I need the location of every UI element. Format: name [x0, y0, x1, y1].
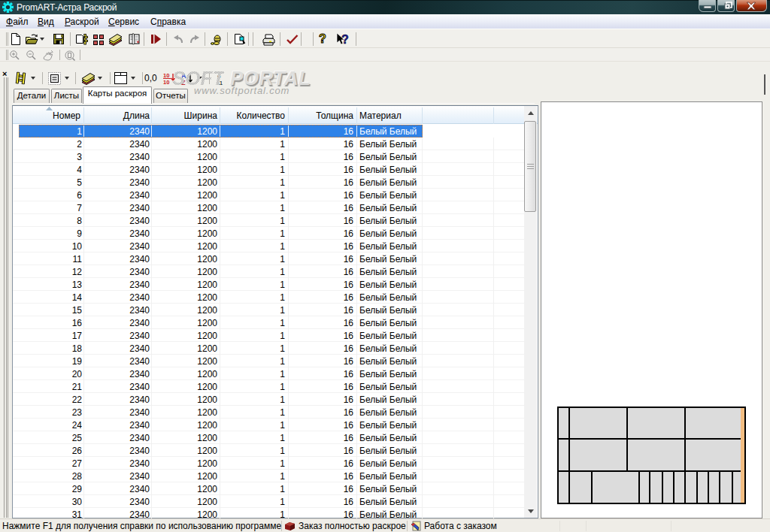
svg-text:10: 10 [163, 79, 169, 85]
svg-text:10: 10 [163, 72, 169, 79]
